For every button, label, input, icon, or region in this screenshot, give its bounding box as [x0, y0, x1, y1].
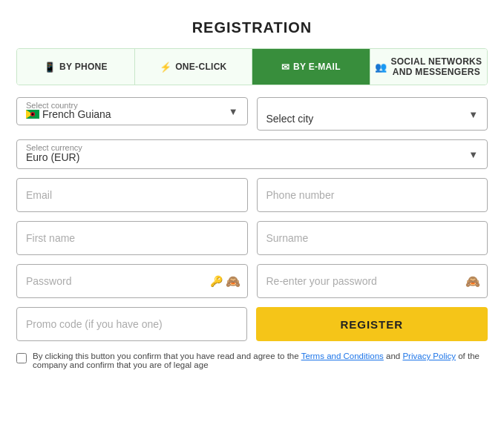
country-city-row: Select country French Guiana ▼ — [16, 97, 488, 131]
currency-field-wrapper: Select currency Euro (EUR) ▼ — [16, 139, 488, 169]
tab-by-email[interactable]: ✉ BY E-MAIL — [252, 49, 370, 85]
email-phone-row — [16, 178, 488, 212]
phone-icon: 📱 — [44, 62, 56, 73]
city-field-wrapper: Select city ▼ — [257, 97, 488, 131]
register-button[interactable]: REGISTER — [256, 307, 488, 341]
currency-row: Select currency Euro (EUR) ▼ — [16, 139, 488, 169]
terms-row: By clicking this button you confirm that… — [16, 352, 488, 369]
promo-register-row: REGISTER — [16, 307, 488, 341]
tab-social[interactable]: 👥 SOCIAL NETWORKS AND MESSENGERS — [370, 49, 488, 85]
currency-label: Select currency — [26, 143, 82, 152]
surname-col — [257, 221, 488, 255]
privacy-link[interactable]: Privacy Policy — [402, 352, 456, 360]
country-select-row: French Guiana — [26, 108, 238, 120]
repassword-col: 🙈 — [257, 264, 488, 298]
repassword-eye-icon[interactable]: 🙈 — [465, 274, 480, 289]
promo-input[interactable] — [16, 307, 247, 341]
phone-col — [257, 178, 488, 212]
tab-by-phone-label: BY PHONE — [59, 62, 108, 72]
currency-select[interactable]: Euro (EUR) — [26, 151, 478, 163]
registration-tabs: 📱 BY PHONE ⚡ ONE-CLICK ✉ BY E-MAIL 👥 SOC… — [16, 48, 488, 85]
repassword-input[interactable] — [257, 264, 488, 298]
city-col: Select city ▼ — [257, 97, 488, 131]
email-icon: ✉ — [281, 62, 289, 73]
email-col — [16, 178, 248, 212]
terms-checkbox[interactable] — [16, 353, 27, 363]
phone-input[interactable] — [257, 178, 488, 212]
country-select[interactable]: French Guiana — [42, 108, 238, 120]
firstname-col — [16, 221, 248, 255]
country-label: Select country — [26, 101, 78, 110]
country-col: Select country French Guiana ▼ — [16, 97, 248, 131]
tab-social-label: SOCIAL NETWORKS AND MESSENGERS — [390, 56, 482, 77]
surname-input[interactable] — [257, 221, 488, 255]
tab-one-click-label: ONE-CLICK — [175, 62, 226, 72]
currency-col: Select currency Euro (EUR) ▼ — [16, 139, 488, 169]
firstname-input[interactable] — [16, 221, 248, 255]
page-title: REGISTRATION — [16, 19, 488, 36]
email-input[interactable] — [16, 178, 248, 212]
terms-text: By clicking this button you confirm that… — [33, 352, 488, 369]
password-col: 🔑 🙈 — [16, 264, 248, 298]
tab-by-phone[interactable]: 📱 BY PHONE — [17, 49, 135, 85]
tab-one-click[interactable]: ⚡ ONE-CLICK — [135, 49, 253, 85]
terms-link[interactable]: Terms and Conditions — [301, 352, 384, 360]
name-row — [16, 221, 488, 255]
password-row: 🔑 🙈 🙈 — [16, 264, 488, 298]
svg-point-3 — [32, 113, 34, 116]
flag-icon — [26, 110, 39, 119]
social-icon: 👥 — [375, 62, 387, 73]
city-select[interactable]: Select city — [266, 108, 479, 125]
lightning-icon: ⚡ — [160, 62, 171, 73]
country-field-wrapper: Select country French Guiana ▼ — [16, 97, 248, 125]
tab-by-email-label: BY E-MAIL — [293, 62, 341, 72]
key-icon: 🔑 — [210, 275, 223, 287]
registration-container: REGISTRATION 📱 BY PHONE ⚡ ONE-CLICK ✉ BY… — [7, 7, 497, 384]
password-eye-icon[interactable]: 🙈 — [226, 274, 240, 289]
